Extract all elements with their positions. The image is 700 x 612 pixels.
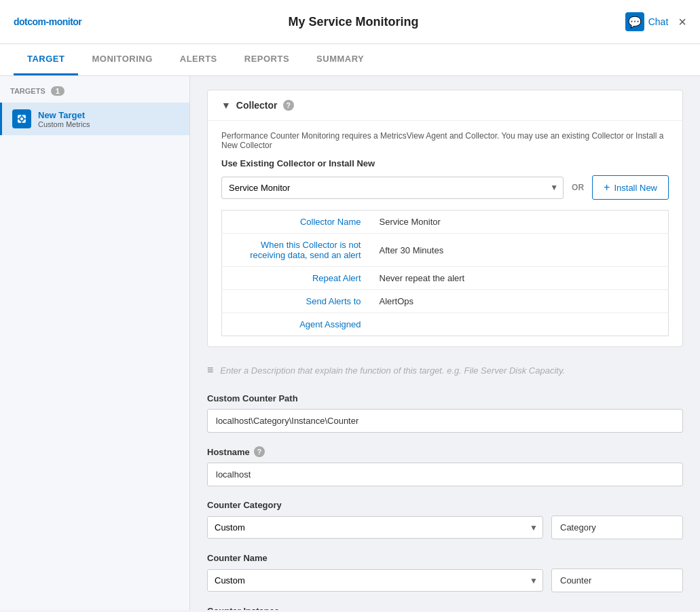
page-title: My Service Monitoring (289, 15, 419, 29)
counter-path-label: Custom Counter Path (207, 393, 683, 403)
counter-name-select[interactable]: Custom (207, 569, 543, 592)
target-icon (12, 109, 31, 128)
sidebar-item-text: New Target Custom Metrics (38, 110, 90, 128)
targets-text: TARGETS (10, 87, 45, 95)
tab-monitoring[interactable]: MONITORING (78, 44, 166, 75)
or-label: OR (572, 183, 584, 192)
row-label: Send Alerts to (222, 290, 371, 313)
collector-body: Performance Counter Monitoring requires … (208, 121, 682, 346)
logo-text: dotcom-monitor (14, 16, 81, 27)
row-label: Collector Name (222, 211, 371, 234)
counter-name-label: Counter Name (207, 553, 683, 563)
collector-select[interactable]: Service Monitor (221, 177, 564, 199)
chevron-down-icon: ▼ (221, 100, 231, 111)
collector-select-wrapper: Service Monitor ▼ (221, 177, 564, 199)
header: dotcom-monitor My Service Monitoring 💬 C… (0, 0, 700, 44)
plus-icon: + (604, 181, 610, 194)
row-label: When this Collector is not receiving dat… (222, 234, 371, 267)
row-value: After 30 Minutes (371, 234, 669, 267)
hostname-label: Hostname ? (207, 446, 683, 457)
sidebar-item-title: New Target (38, 110, 90, 120)
table-row: Repeat Alert Never repeat the alert (222, 267, 669, 290)
use-existing-label: Use Existing Collector or Install New (221, 158, 669, 168)
counter-category-select[interactable]: Custom (207, 516, 543, 539)
menu-icon: ≡ (207, 364, 213, 376)
chat-label: Chat (648, 16, 669, 27)
tab-summary[interactable]: SUMMARY (303, 44, 377, 75)
counter-name-text-input[interactable] (551, 569, 683, 592)
sidebar: TARGETS 1 New Target Custom Metrics (0, 76, 190, 610)
hostname-group: Hostname ? (207, 446, 683, 486)
description-row: ≡ Enter a Description that explain the f… (207, 361, 683, 380)
row-value: Never repeat the alert (371, 267, 669, 290)
description-placeholder: Enter a Description that explain the fun… (220, 365, 565, 376)
tab-alerts[interactable]: ALERTS (166, 44, 231, 75)
collector-help-icon[interactable]: ? (283, 100, 294, 111)
counter-category-text-input[interactable] (551, 516, 683, 539)
install-new-button[interactable]: + Install New (592, 175, 669, 200)
sidebar-item-subtitle: Custom Metrics (38, 120, 90, 128)
table-row: Collector Name Service Monitor (222, 211, 669, 234)
chat-icon: 💬 (625, 12, 644, 31)
row-value: AlertOps (371, 290, 669, 313)
table-row: When this Collector is not receiving dat… (222, 234, 669, 267)
collector-info-text: Performance Counter Monitoring requires … (221, 131, 669, 150)
row-value (371, 313, 669, 336)
tab-reports[interactable]: REPORTS (231, 44, 303, 75)
counter-category-select-wrapper: Custom ▼ (207, 516, 543, 539)
tab-target[interactable]: TARGET (14, 44, 78, 75)
counter-path-group: Custom Counter Path (207, 393, 683, 433)
logo: dotcom-monitor (14, 16, 81, 27)
layout: TARGETS 1 New Target Custom Metrics (0, 76, 700, 610)
counter-instance-label: Counter Instance (207, 606, 683, 610)
main-content: ▼ Collector ? Performance Counter Monito… (190, 76, 700, 610)
table-row: Send Alerts to AlertOps (222, 290, 669, 313)
sidebar-item-new-target[interactable]: New Target Custom Metrics (0, 103, 189, 135)
close-button[interactable]: × (678, 14, 686, 30)
counter-path-input[interactable] (207, 409, 683, 433)
hostname-help-icon[interactable]: ? (254, 446, 265, 457)
collector-title: Collector (236, 100, 278, 111)
targets-label: TARGETS 1 (0, 86, 189, 103)
collector-header[interactable]: ▼ Collector ? (208, 90, 682, 121)
collector-section: ▼ Collector ? Performance Counter Monito… (207, 90, 683, 347)
header-actions: 💬 Chat × (625, 12, 686, 31)
counter-instance-group: Counter Instance Custom ▼ (207, 606, 683, 610)
table-row: Agent Assigned (222, 313, 669, 336)
counter-name-row: Custom ▼ (207, 569, 683, 592)
row-label: Repeat Alert (222, 267, 371, 290)
targets-count: 1 (51, 86, 65, 96)
nav-tabs: TARGET MONITORING ALERTS REPORTS SUMMARY (0, 44, 700, 76)
install-btn-label: Install New (614, 183, 657, 193)
collector-table: Collector Name Service Monitor When this… (221, 210, 669, 336)
counter-category-row: Custom ▼ (207, 516, 683, 539)
counter-name-group: Counter Name Custom ▼ (207, 553, 683, 592)
counter-name-select-wrapper: Custom ▼ (207, 569, 543, 592)
hostname-input[interactable] (207, 463, 683, 486)
row-label: Agent Assigned (222, 313, 371, 336)
counter-category-label: Counter Category (207, 500, 683, 510)
collector-row: Service Monitor ▼ OR + Install New (221, 175, 669, 200)
row-value: Service Monitor (371, 211, 669, 234)
counter-category-group: Counter Category Custom ▼ (207, 500, 683, 539)
chat-button[interactable]: 💬 Chat (625, 12, 669, 31)
